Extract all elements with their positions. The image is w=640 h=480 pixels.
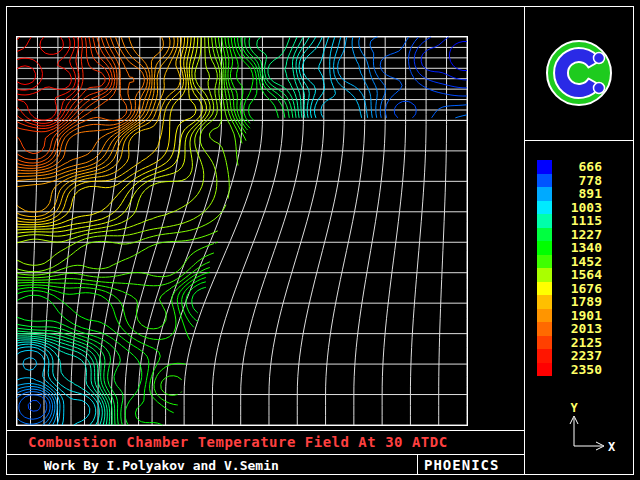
legend-value-label: 891 xyxy=(560,187,602,201)
credits-bar-divider xyxy=(6,454,525,455)
legend-color-swatch xyxy=(537,201,552,215)
legend-entry: 1340 xyxy=(537,241,602,255)
legend-entry: 1564 xyxy=(537,268,602,282)
legend-entry: 666 xyxy=(537,160,602,174)
legend-value-label: 778 xyxy=(560,174,602,188)
legend-value-label: 2237 xyxy=(560,349,602,363)
phoenics-wordmark: PHOENICS xyxy=(424,457,499,473)
title-bar-divider xyxy=(6,430,525,431)
legend-entry: 1227 xyxy=(537,228,602,242)
legend-entry: 1452 xyxy=(537,255,602,269)
legend-value-label: 1003 xyxy=(560,201,602,215)
legend-entry: 1003 xyxy=(537,201,602,215)
legend-value-label: 1452 xyxy=(560,255,602,269)
legend-value-label: 2013 xyxy=(560,322,602,336)
legend-color-swatch xyxy=(537,174,552,188)
legend-color-swatch xyxy=(537,363,552,377)
legend-color-swatch xyxy=(537,228,552,242)
legend-color-swatch xyxy=(537,282,552,296)
right-panel-divider xyxy=(524,6,525,474)
legend-entry: 2013 xyxy=(537,322,602,336)
legend-entry: 778 xyxy=(537,174,602,188)
legend-color-swatch xyxy=(537,160,552,174)
legend-color-swatch xyxy=(537,255,552,269)
legend-color-swatch xyxy=(537,349,552,363)
legend-color-swatch xyxy=(537,268,552,282)
legend-entry: 2350 xyxy=(537,363,602,377)
temperature-contour-canvas xyxy=(16,36,468,426)
legend-color-swatch xyxy=(537,295,552,309)
legend-color-swatch xyxy=(537,336,552,350)
temperature-legend: 6667788911003111512271340145215641676178… xyxy=(537,160,602,376)
legend-value-label: 2350 xyxy=(560,363,602,377)
axis-orientation-indicator: Y X xyxy=(552,400,616,458)
legend-entry: 1676 xyxy=(537,282,602,296)
legend-entry: 1789 xyxy=(537,295,602,309)
legend-value-label: 1340 xyxy=(560,241,602,255)
legend-value-label: 1227 xyxy=(560,228,602,242)
legend-color-swatch xyxy=(537,309,552,323)
legend-color-swatch xyxy=(537,214,552,228)
legend-value-label: 1789 xyxy=(560,295,602,309)
legend-entry: 1901 xyxy=(537,309,602,323)
legend-color-swatch xyxy=(537,187,552,201)
legend-color-swatch xyxy=(537,322,552,336)
brand-cell-divider xyxy=(417,454,418,475)
credits-text: Work By I.Polyakov and V.Semin xyxy=(44,458,279,473)
legend-entry: 1115 xyxy=(537,214,602,228)
legend-entry: 891 xyxy=(537,187,602,201)
legend-color-swatch xyxy=(537,241,552,255)
legend-value-label: 1564 xyxy=(560,268,602,282)
legend-value-label: 1115 xyxy=(560,214,602,228)
plot-title: Combustion Chamber Temperature Field At … xyxy=(28,434,448,450)
logo-panel-divider xyxy=(524,140,634,141)
legend-value-label: 2125 xyxy=(560,336,602,350)
logo-swirl-tip-bottom xyxy=(594,83,605,94)
logo-swirl-tip-top xyxy=(594,53,605,64)
y-axis-label: Y xyxy=(570,401,578,415)
x-axis-label: X xyxy=(608,440,616,454)
legend-value-label: 666 xyxy=(560,160,602,174)
phoenics-logo-icon xyxy=(543,37,615,109)
legend-entry: 2125 xyxy=(537,336,602,350)
legend-entry: 2237 xyxy=(537,349,602,363)
legend-value-label: 1901 xyxy=(560,309,602,323)
phoenics-photon-screen: 6667788911003111512271340145215641676178… xyxy=(0,0,640,480)
legend-value-label: 1676 xyxy=(560,282,602,296)
